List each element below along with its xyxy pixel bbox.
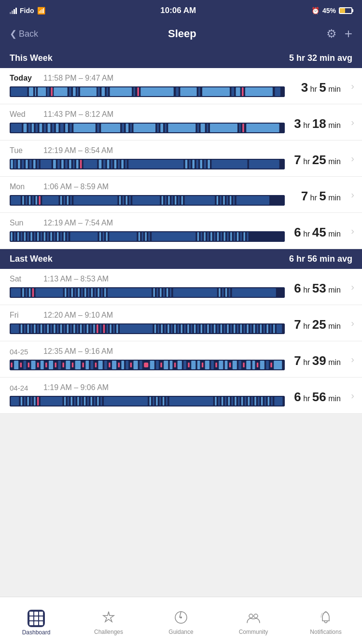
svg-rect-179 [26,288,27,297]
svg-rect-189 [84,288,86,297]
svg-rect-123 [185,196,215,205]
sleep-entry-mon[interactable]: Mon 1:06 AM – 8:59 AM [0,177,362,213]
settings-icon[interactable]: ⚙ [326,27,337,41]
chevron-right-icon: › [351,189,354,200]
entry-time: 1:13 AM – 8:53 AM [43,275,109,283]
svg-rect-167 [221,232,222,241]
entry-day: Fri [10,311,34,320]
tab-dashboard-label: Dashboard [22,629,51,636]
last-week-header: Last Week 6 hr 56 min avg [0,249,362,269]
svg-rect-295 [72,363,73,367]
svg-rect-45 [122,124,125,132]
svg-rect-291 [55,363,56,367]
svg-rect-163 [207,232,209,241]
status-bar: Fido 📶 10:06 AM ⏰ 45% [0,0,362,21]
add-icon[interactable]: + [345,26,352,42]
svg-rect-373 [228,397,230,406]
svg-rect-218 [44,324,45,333]
svg-rect-70 [53,160,56,168]
svg-rect-201 [167,288,168,297]
svg-rect-359 [97,397,98,406]
svg-rect-194 [101,288,102,297]
svg-rect-1 [11,87,27,96]
svg-rect-368 [169,397,213,406]
svg-rect-61 [11,160,13,168]
svg-rect-113 [126,196,127,205]
svg-rect-188 [81,288,83,297]
sleep-entry-wed[interactable]: Wed 11:43 PM – 8:12 AM [0,104,362,140]
svg-rect-58 [242,124,244,132]
sleep-entry-today[interactable]: Today 11:58 PM – 9:47 AM [0,68,362,104]
svg-rect-126 [223,196,224,205]
svg-rect-311 [144,363,148,367]
svg-rect-154 [109,232,137,241]
svg-rect-222 [57,324,58,333]
battery-percent: 45% [322,7,336,14]
svg-rect-19 [176,87,179,96]
svg-rect-380 [251,397,252,406]
sleep-entry-sun[interactable]: Sun 12:19 AM – 7:54 AM [0,213,362,249]
svg-rect-343 [24,397,26,406]
entry-day: Tue [10,146,34,155]
svg-rect-78 [84,160,97,168]
svg-rect-79 [99,160,102,168]
tab-guidance[interactable]: Guidance [145,597,217,644]
chevron-right-icon: › [351,318,354,329]
svg-rect-138 [30,232,32,241]
chevron-right-icon: › [351,117,354,128]
tab-community[interactable]: Community [217,597,290,644]
svg-rect-219 [47,324,49,333]
svg-rect-293 [62,363,64,367]
svg-marker-388 [103,612,114,622]
svg-rect-10 [77,87,78,96]
svg-rect-314 [160,363,162,367]
svg-rect-133 [14,232,15,241]
sleep-entry-0424[interactable]: 04-24 1:19 AM – 9:06 AM [0,378,362,414]
sleep-entry-tue[interactable]: Tue 12:19 AM – 8:54 AM [0,140,362,177]
back-button[interactable]: ❮ Back [10,28,38,39]
sleep-entry-0425[interactable]: 04-25 12:35 AM – 9:16 AM [0,341,362,378]
svg-rect-315 [164,361,168,369]
svg-rect-242 [154,324,156,333]
tab-notifications-label: Notifications [310,629,341,635]
sleep-entry-sat[interactable]: Sat 1:13 AM – 8:53 AM [0,269,362,305]
svg-rect-341 [11,397,19,406]
svg-rect-184 [68,288,70,297]
svg-rect-239 [113,324,114,333]
entry-day: 04-24 [10,384,34,392]
sleep-entry-fri[interactable]: Fri 12:20 AM – 9:10 AM [0,305,362,341]
svg-rect-156 [142,232,143,241]
svg-rect-182 [36,288,63,297]
tab-challenges[interactable]: Challenges [72,597,145,644]
svg-rect-285 [28,363,29,367]
svg-rect-172 [237,232,238,241]
svg-rect-23 [231,87,234,96]
nav-bar: ❮ Back Sleep ⚙ + [0,21,362,48]
tab-notifications[interactable]: Notifications [290,597,362,644]
svg-rect-346 [34,397,35,406]
svg-rect-105 [42,196,58,205]
entry-time: 11:58 PM – 9:47 AM [43,74,113,83]
entry-duration: 7 hr 25 min [294,317,341,332]
svg-rect-5 [47,87,50,96]
svg-rect-248 [174,324,176,333]
svg-rect-82 [111,160,112,168]
tab-dashboard[interactable]: Dashboard [0,597,72,644]
svg-rect-116 [162,196,163,205]
svg-rect-171 [234,232,235,241]
svg-rect-265 [230,324,232,333]
svg-rect-141 [41,232,42,241]
svg-rect-271 [250,324,251,333]
svg-rect-305 [118,363,120,367]
entry-duration: 3 hr 5 min [301,80,341,95]
svg-rect-33 [36,124,38,132]
svg-rect-59 [246,124,279,132]
svg-rect-39 [60,124,64,132]
svg-rect-12 [97,87,100,96]
svg-rect-27 [275,87,280,96]
svg-rect-326 [215,363,217,367]
svg-rect-96 [249,160,279,168]
last-week-title: Last Week [10,254,53,264]
svg-rect-339 [274,361,282,369]
svg-rect-282 [14,361,18,369]
